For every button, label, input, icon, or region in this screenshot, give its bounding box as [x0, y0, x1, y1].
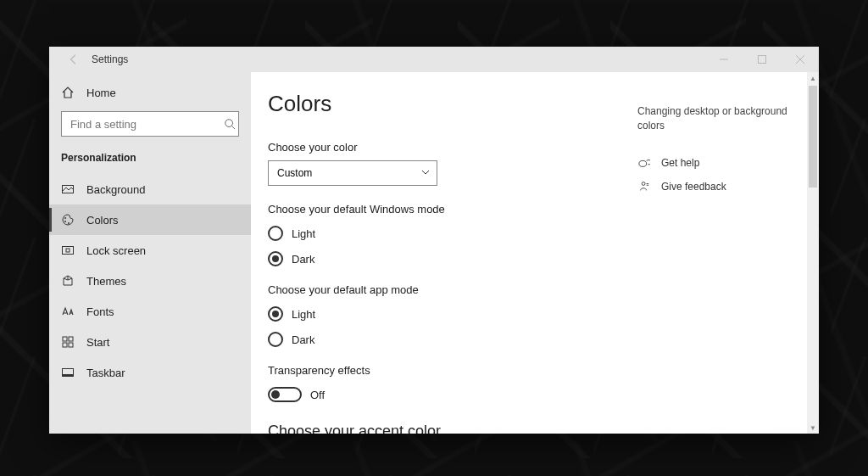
sidebar-item-label: Taskbar: [86, 367, 125, 379]
windows-mode-dark[interactable]: Dark: [268, 251, 620, 266]
scroll-down-icon[interactable]: ▼: [807, 422, 819, 434]
svg-rect-13: [63, 374, 74, 377]
minimize-button[interactable]: [704, 47, 743, 72]
scroll-up-icon[interactable]: ▲: [807, 72, 819, 84]
svg-point-3: [64, 217, 66, 219]
sidebar-item-background[interactable]: Background: [49, 174, 251, 204]
search-box[interactable]: [61, 111, 239, 137]
right-panel: Changing desktop or background colors Ge…: [637, 72, 807, 434]
svg-rect-10: [63, 343, 67, 347]
sidebar-item-colors[interactable]: Colors: [49, 204, 251, 235]
help-icon: [637, 157, 651, 169]
svg-point-15: [642, 182, 645, 185]
svg-point-14: [639, 160, 647, 166]
give-feedback-link[interactable]: Give feedback: [637, 181, 793, 193]
tip-text[interactable]: Changing desktop or background colors: [637, 104, 793, 133]
svg-rect-9: [69, 337, 73, 341]
windows-mode-label: Choose your default Windows mode: [268, 203, 620, 216]
scrollbar[interactable]: ▲ ▼: [807, 72, 819, 434]
accent-heading: Choose your accent color: [268, 423, 620, 434]
colors-icon: [61, 213, 75, 227]
home-label: Home: [86, 87, 116, 99]
search-input[interactable]: [62, 118, 221, 131]
themes-icon: [61, 274, 75, 288]
sidebar-item-label: Themes: [86, 275, 126, 288]
radio-icon: [268, 226, 283, 241]
sidebar-item-start[interactable]: Start: [49, 327, 251, 357]
svg-point-4: [64, 221, 66, 222]
choose-color-label: Choose your color: [268, 141, 620, 154]
home-icon: [61, 86, 75, 99]
search-icon: [221, 118, 238, 130]
window-body: Home Personalization Background: [49, 72, 819, 434]
maximize-button[interactable]: [743, 47, 781, 72]
radio-icon: [268, 251, 283, 266]
minimize-icon: [720, 55, 728, 64]
sidebar-item-lock-screen[interactable]: Lock screen: [49, 235, 251, 266]
transparency-toggle[interactable]: Off: [268, 387, 620, 402]
sidebar-item-label: Start: [86, 336, 109, 349]
sidebar-item-taskbar[interactable]: Taskbar: [49, 357, 251, 388]
transparency-label: Transparency effects: [268, 364, 620, 377]
choose-color-dropdown[interactable]: Custom: [268, 160, 437, 186]
radio-label: Dark: [292, 333, 314, 346]
back-arrow-icon: [68, 53, 80, 65]
nav-list: Background Colors Lock screen: [49, 174, 251, 388]
close-button[interactable]: [781, 47, 819, 72]
radio-label: Dark: [292, 253, 314, 266]
svg-rect-0: [758, 56, 765, 64]
app-mode-dark[interactable]: Dark: [268, 332, 620, 347]
search-container: [61, 111, 239, 137]
app-title: Settings: [92, 53, 128, 65]
sidebar: Home Personalization Background: [49, 72, 251, 434]
windows-mode-light[interactable]: Light: [268, 226, 620, 241]
titlebar: Settings: [49, 47, 819, 72]
home-link[interactable]: Home: [49, 79, 251, 106]
window-controls: [704, 47, 819, 72]
start-icon: [61, 335, 75, 349]
category-title: Personalization: [49, 147, 251, 174]
toggle-value: Off: [310, 389, 325, 401]
app-mode-light[interactable]: Light: [268, 306, 620, 322]
svg-rect-7: [66, 249, 70, 252]
sidebar-item-label: Background: [86, 183, 145, 196]
dropdown-value: Custom: [277, 167, 312, 179]
radio-label: Light: [292, 227, 315, 240]
app-mode-label: Choose your default app mode: [268, 283, 620, 296]
taskbar-icon: [61, 366, 75, 379]
sidebar-item-label: Colors: [86, 214, 119, 227]
sidebar-item-label: Lock screen: [86, 244, 146, 257]
background-icon: [61, 182, 75, 196]
toggle-switch-icon: [268, 387, 302, 402]
radio-label: Light: [292, 308, 315, 321]
link-label: Give feedback: [661, 181, 726, 193]
scrollbar-thumb[interactable]: [809, 86, 817, 188]
radio-icon: [268, 306, 283, 322]
sidebar-item-fonts[interactable]: Fonts: [49, 296, 251, 327]
close-icon: [796, 55, 804, 64]
svg-rect-8: [63, 337, 67, 341]
sidebar-item-themes[interactable]: Themes: [49, 266, 251, 296]
svg-point-1: [225, 120, 233, 127]
maximize-icon: [758, 55, 766, 64]
get-help-link[interactable]: Get help: [637, 157, 793, 169]
sidebar-item-label: Fonts: [86, 305, 114, 318]
radio-icon: [268, 332, 283, 347]
chevron-down-icon: [421, 167, 430, 179]
feedback-icon: [637, 181, 651, 193]
svg-rect-11: [69, 343, 73, 347]
main-area: Colors Choose your color Custom Choose y…: [251, 72, 819, 434]
content: Colors Choose your color Custom Choose y…: [251, 72, 637, 434]
lock-screen-icon: [61, 244, 75, 257]
link-label: Get help: [661, 157, 699, 169]
settings-window: Settings Home: [49, 47, 819, 434]
fonts-icon: [61, 305, 75, 318]
back-button[interactable]: [59, 47, 88, 72]
page-title: Colors: [268, 91, 620, 117]
svg-rect-6: [63, 247, 74, 255]
svg-point-5: [68, 222, 70, 224]
